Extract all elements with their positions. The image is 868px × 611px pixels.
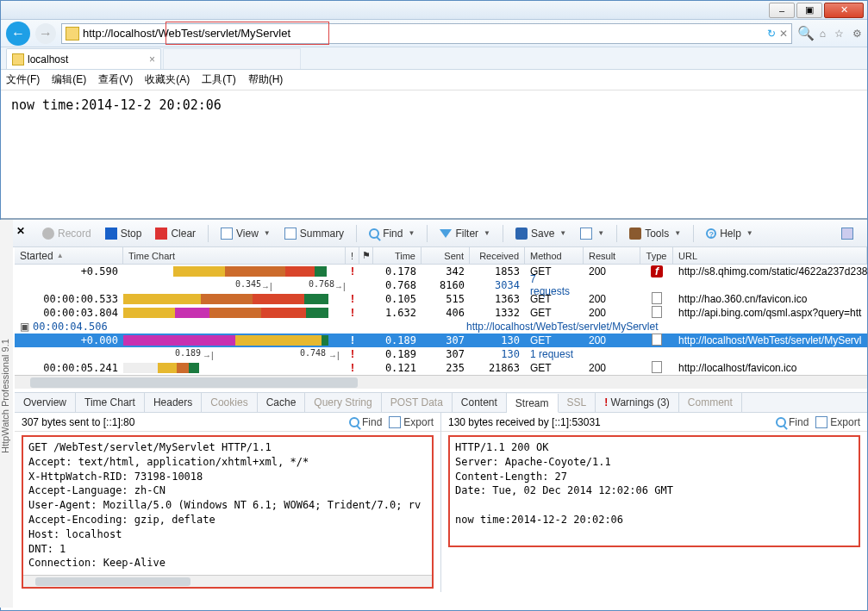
col-timechart[interactable]: Time Chart: [123, 247, 346, 264]
request-h-scrollbar[interactable]: [23, 575, 432, 587]
window-close-button[interactable]: ✕: [824, 3, 864, 18]
save-icon: [515, 228, 528, 240]
find-button-left[interactable]: Find: [349, 416, 382, 428]
table-row[interactable]: 00:00:05.241!0.12123521863GET200http://l…: [15, 361, 867, 375]
table-row[interactable]: ▣00:00:04.506http://localhost/WebTest/se…: [15, 320, 867, 334]
detail-tab-stream[interactable]: Stream: [507, 394, 559, 413]
dropdown-icon: ▼: [597, 229, 604, 237]
page-content: now time:2014-12-2 20:02:06: [1, 90, 867, 218]
col-method[interactable]: Method: [525, 247, 584, 264]
find-button[interactable]: Find▼: [364, 225, 420, 242]
menu-file[interactable]: 文件(F): [6, 72, 40, 87]
dropdown-icon: ▼: [674, 229, 681, 237]
window-maximize-button[interactable]: ▣: [796, 3, 822, 18]
tab-close-icon[interactable]: ×: [149, 53, 155, 65]
tab-favicon: [12, 53, 24, 65]
summary-button[interactable]: Summary: [279, 225, 349, 242]
panel-close-icon[interactable]: ✕: [16, 225, 25, 237]
col-sent[interactable]: Sent: [422, 247, 470, 264]
col-type[interactable]: Type: [640, 247, 673, 264]
table-row[interactable]: 0.345 0.768 →|→|0.768816030347 requests: [15, 278, 867, 292]
document-icon: [652, 334, 662, 346]
stop-button[interactable]: Stop: [100, 225, 147, 242]
record-button[interactable]: Record: [37, 225, 97, 242]
col-result[interactable]: Result: [584, 247, 640, 264]
detail-tab-headers[interactable]: Headers: [145, 393, 202, 412]
menu-view[interactable]: 查看(V): [98, 72, 133, 87]
request-stream[interactable]: GET /WebTest/servlet/MyServlet HTTP/1.1 …: [22, 435, 434, 589]
response-text: HTTP/1.1 200 OK Server: Apache-Coyote/1.…: [455, 440, 853, 527]
detail-tab-comment[interactable]: Comment: [679, 393, 742, 412]
toolbar-separator: [616, 225, 617, 242]
detail-tab-cache[interactable]: Cache: [258, 393, 306, 412]
col-received[interactable]: Received: [470, 247, 525, 264]
detail-tab-post-data[interactable]: POST Data: [382, 393, 453, 412]
menu-bar: 文件(F) 编辑(E) 查看(V) 收藏夹(A) 工具(T) 帮助(H): [1, 70, 867, 90]
export-button-right[interactable]: Export: [815, 416, 860, 428]
page-tab-localhost[interactable]: localhost ×: [6, 48, 161, 69]
favorites-icon[interactable]: ☆: [834, 28, 844, 40]
col-started[interactable]: Started▲: [15, 247, 123, 264]
grid-h-scrollbar[interactable]: [15, 375, 867, 389]
export-icon-button[interactable]: ▼: [575, 225, 609, 242]
col-warning[interactable]: !: [346, 247, 359, 264]
tabs-row: localhost ×: [1, 47, 867, 70]
stop-load-icon[interactable]: ✕: [779, 28, 788, 40]
tools-icon: [629, 228, 641, 240]
menu-edit[interactable]: 编辑(E): [52, 72, 86, 87]
filter-button[interactable]: Filter▼: [434, 225, 496, 242]
settings-icon[interactable]: ⚙: [852, 28, 862, 40]
detail-tab-content[interactable]: Content: [453, 393, 507, 412]
print-button[interactable]: [836, 225, 859, 242]
forward-button[interactable]: →: [35, 23, 56, 44]
view-button[interactable]: View▼: [215, 225, 276, 242]
detail-tab-query-string[interactable]: Query String: [305, 393, 381, 412]
find-button-right[interactable]: Find: [776, 416, 809, 428]
url-input[interactable]: [83, 27, 764, 40]
summary-label: Summary: [300, 228, 344, 240]
window-minimize-button[interactable]: –: [769, 3, 795, 18]
clear-button[interactable]: Clear: [150, 225, 201, 242]
detail-tab--warnings-3-[interactable]: ! Warnings (3): [596, 393, 679, 412]
col-time[interactable]: Time: [373, 247, 422, 264]
tools-button[interactable]: Tools▼: [624, 225, 686, 242]
table-row[interactable]: 00:00:00.533!0.1055151363GET200http://ha…: [15, 292, 867, 306]
grid-header: Started▲ Time Chart ! ⚑ Time Sent Receiv…: [15, 247, 867, 265]
filter-icon: [440, 229, 452, 238]
view-icon: [221, 228, 233, 240]
toolbar-separator: [427, 225, 428, 242]
address-bar[interactable]: ↻ ✕: [61, 23, 792, 44]
table-row[interactable]: +0.590!0.1783421853GET200fhttp://s8.qhim…: [15, 265, 867, 278]
table-row[interactable]: +0.000!0.189307130GET200http://localhost…: [15, 334, 867, 347]
find-icon: [349, 417, 359, 427]
browser-window: – ▣ ✕ ← → ↻ ✕ 🔍 ⌂ ☆ ⚙ localhost × 文件(F) …: [0, 0, 868, 611]
new-tab-button[interactable]: [163, 48, 301, 69]
detail-tab-ssl[interactable]: SSL: [559, 393, 596, 412]
clear-label: Clear: [171, 228, 196, 240]
table-row[interactable]: 0.189 0.748 →|→|!0.1893071301 request: [15, 347, 867, 361]
help-button[interactable]: ?Help▼: [701, 225, 759, 242]
col-url[interactable]: URL: [673, 247, 867, 264]
dropdown-icon: ▼: [408, 229, 415, 237]
col-flag[interactable]: ⚑: [359, 247, 373, 264]
search-icon[interactable]: 🔍: [797, 25, 815, 41]
home-icon[interactable]: ⌂: [820, 28, 826, 40]
menu-favorites[interactable]: 收藏夹(A): [145, 72, 190, 87]
save-button[interactable]: Save▼: [510, 225, 571, 242]
help-icon: ?: [706, 228, 716, 239]
export-button-left[interactable]: Export: [389, 416, 434, 428]
menu-help[interactable]: 帮助(H): [248, 72, 284, 87]
back-button[interactable]: ←: [6, 22, 30, 46]
detail-tabs: OverviewTime ChartHeadersCookiesCacheQue…: [15, 392, 867, 413]
detail-tab-time-chart[interactable]: Time Chart: [76, 393, 145, 412]
detail-tab-overview[interactable]: Overview: [15, 393, 76, 412]
response-stream[interactable]: HTTP/1.1 200 OK Server: Apache-Coyote/1.…: [448, 435, 860, 547]
view-label: View: [236, 228, 259, 240]
refresh-icon[interactable]: ↻: [767, 28, 776, 40]
detail-tab-cookies[interactable]: Cookies: [202, 393, 257, 412]
table-row[interactable]: 00:00:03.804!1.6324061332GET200http://ap…: [15, 306, 867, 320]
menu-tools[interactable]: 工具(T): [202, 72, 235, 87]
print-icon: [841, 228, 853, 240]
toolbar-separator: [693, 225, 694, 242]
response-pane: 130 bytes received by [::1]:53031 Find E…: [441, 413, 867, 592]
